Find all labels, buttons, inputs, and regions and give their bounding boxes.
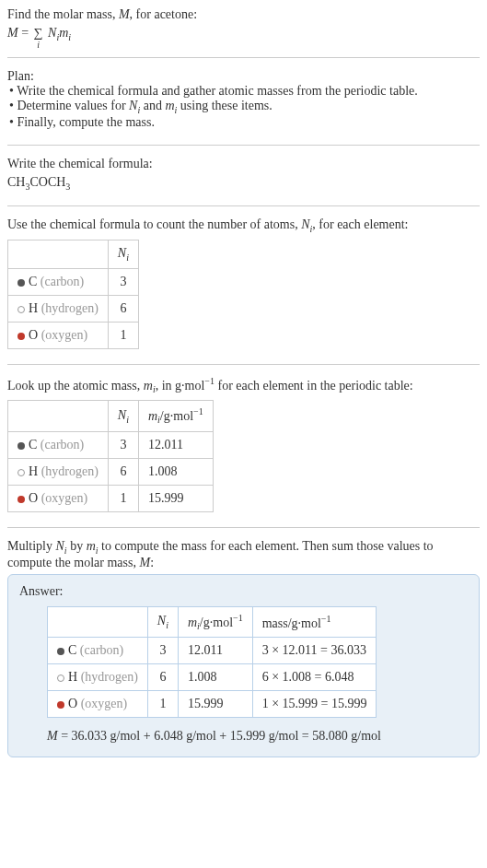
table-row: C (carbon) 3 (8, 268, 139, 295)
element-cell: H (hydrogen) (48, 664, 148, 691)
eq-M: M (7, 26, 18, 40)
eq-i2: i (68, 32, 71, 42)
answer-label: Answer: (19, 584, 468, 599)
oxygen-dot-icon (17, 333, 25, 340)
th-mass: mass/g·mol−1 (252, 606, 377, 637)
compute-section: Multiply Ni by mi to compute the mass fo… (7, 539, 480, 757)
table-row: O (oxygen) 1 (8, 322, 139, 348)
eq-m: m (59, 26, 68, 40)
var-M: M (119, 7, 130, 21)
th-empty (48, 606, 148, 637)
calc-cell: 1 × 15.999 = 15.999 (252, 691, 377, 718)
table-row: H (hydrogen) 6 1.008 (8, 458, 214, 485)
carbon-dot-icon (17, 442, 25, 450)
atomic-mass-table: Ni mi/g·mol−1 C (carbon) 3 12.011 H (hyd… (7, 400, 214, 511)
sigma-icon: ∑i (34, 26, 43, 41)
divider (7, 145, 480, 146)
plan-item-1: • Write the chemical formula and gather … (9, 84, 480, 99)
mass-cell: 15.999 (138, 485, 213, 511)
count-cell: 1 (108, 485, 138, 511)
element-cell: C (carbon) (8, 431, 109, 458)
eq-N: N (48, 26, 56, 40)
divider (7, 57, 480, 58)
element-cell: O (oxygen) (8, 485, 109, 511)
atomic-mass-section: Look up the atomic mass, mi, in g·mol−1 … (7, 376, 480, 512)
table-header-row: Ni mi/g·mol−1 mass/g·mol−1 (48, 606, 377, 637)
hydrogen-dot-icon (17, 469, 25, 476)
final-equation: M = 36.033 g/mol + 6.048 g/mol + 15.999 … (47, 729, 468, 744)
atom-count-section: Use the chemical formula to count the nu… (7, 217, 480, 349)
count-cell: 6 (108, 458, 138, 485)
chemical-formula-section: Write the chemical formula: CH3COCH3 (7, 157, 480, 192)
count-cell: 6 (108, 295, 138, 322)
count-cell: 3 (147, 638, 178, 664)
table-row: H (hydrogen) 6 1.008 6 × 1.008 = 6.048 (48, 664, 377, 691)
intro-text2: , for acetone: (130, 7, 197, 21)
mass-cell: 1.008 (138, 458, 213, 485)
th-Ni: Ni (108, 401, 138, 431)
carbon-dot-icon (57, 648, 64, 655)
plan-title: Plan: (7, 69, 480, 84)
count-cell: 6 (147, 664, 178, 691)
calc-cell: 3 × 12.011 = 36.033 (252, 638, 377, 664)
compute-title: Multiply Ni by mi to compute the mass fo… (7, 539, 480, 570)
element-cell: O (oxygen) (48, 691, 148, 718)
mass-cell: 12.011 (178, 638, 252, 664)
count-cell: 3 (108, 268, 138, 295)
atomic-mass-title: Look up the atomic mass, mi, in g·mol−1 … (7, 376, 480, 394)
count-cell: 3 (108, 431, 138, 458)
count-cell: 1 (147, 691, 178, 718)
intro-text: Find the molar mass, (7, 7, 119, 21)
hydrogen-dot-icon (17, 306, 25, 313)
element-cell: C (carbon) (48, 638, 148, 664)
th-mi: mi/g·mol−1 (178, 606, 252, 637)
atom-count-title: Use the chemical formula to count the nu… (7, 217, 480, 234)
chemical-formula: CH3COCH3 (7, 175, 480, 192)
carbon-dot-icon (17, 279, 25, 287)
plan-item-2: • Determine values for Ni and mi using t… (9, 99, 480, 115)
table-row: O (oxygen) 1 15.999 1 × 15.999 = 15.999 (48, 691, 377, 718)
plan-section: Plan: • Write the chemical formula and g… (7, 69, 480, 130)
answer-table: Ni mi/g·mol−1 mass/g·mol−1 C (carbon) 3 … (47, 606, 377, 718)
molar-mass-formula: M = ∑i Nimi (7, 26, 480, 42)
element-cell: H (hydrogen) (8, 458, 109, 485)
mass-cell: 1.008 (178, 664, 252, 691)
table-row: C (carbon) 3 12.011 3 × 12.011 = 36.033 (48, 638, 377, 664)
table-header-row: Ni (8, 240, 139, 269)
eq-equals: = (18, 26, 32, 40)
table-row: C (carbon) 3 12.011 (8, 431, 214, 458)
table-row: O (oxygen) 1 15.999 (8, 485, 214, 511)
count-cell: 1 (108, 322, 138, 348)
th-mi: mi/g·mol−1 (138, 401, 213, 431)
table-row: H (hydrogen) 6 (8, 295, 139, 322)
divider (7, 527, 480, 528)
intro-section: Find the molar mass, M, for acetone: M =… (7, 7, 480, 42)
divider (7, 364, 480, 365)
th-empty (8, 240, 109, 269)
element-cell: H (hydrogen) (8, 295, 109, 322)
atom-count-table: Ni C (carbon) 3 H (hydrogen) 6 O (oxygen… (7, 240, 139, 349)
mass-cell: 15.999 (178, 691, 252, 718)
intro-line: Find the molar mass, M, for acetone: (7, 7, 480, 22)
divider (7, 205, 480, 206)
hydrogen-dot-icon (57, 674, 64, 682)
calc-cell: 6 × 1.008 = 6.048 (252, 664, 377, 691)
answer-box: Answer: Ni mi/g·mol−1 mass/g·mol−1 C (ca… (7, 574, 480, 757)
chem-title: Write the chemical formula: (7, 157, 480, 171)
th-Ni: Ni (147, 606, 178, 637)
plan-item-3: • Finally, compute the mass. (9, 115, 480, 130)
oxygen-dot-icon (57, 701, 64, 709)
oxygen-dot-icon (17, 496, 25, 503)
element-cell: O (oxygen) (8, 322, 109, 348)
th-Ni: Ni (108, 240, 138, 269)
table-header-row: Ni mi/g·mol−1 (8, 401, 214, 431)
th-empty (8, 401, 109, 431)
mass-cell: 12.011 (138, 431, 213, 458)
element-cell: C (carbon) (8, 268, 109, 295)
